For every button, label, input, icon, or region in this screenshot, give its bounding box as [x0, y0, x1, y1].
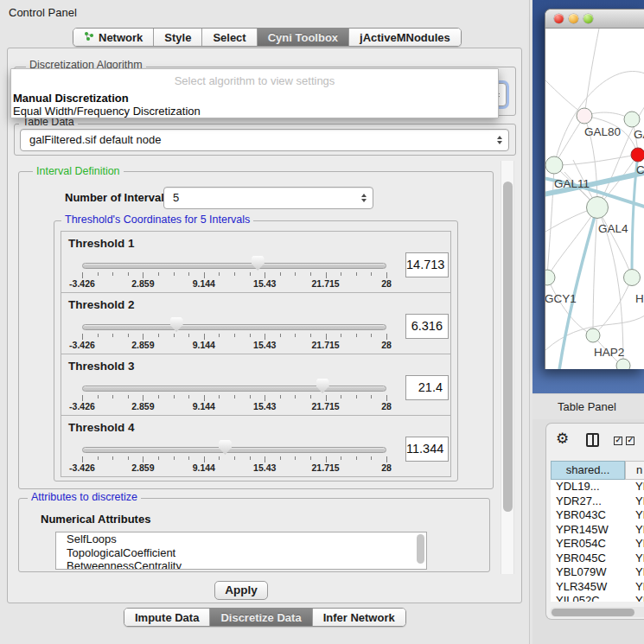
slider-tick	[143, 456, 143, 462]
algorithm-option-equal-width[interactable]: Equal Width/Frequency Discretization	[13, 105, 201, 118]
network-window-titlebar[interactable]	[545, 10, 644, 29]
slider-tick	[112, 272, 113, 276]
combo-arrows-icon	[361, 194, 367, 202]
network-edge	[597, 207, 632, 277]
column-header-shared-name[interactable]: shared...	[551, 461, 625, 480]
tab-select[interactable]: Select	[201, 29, 256, 46]
network-node[interactable]	[587, 197, 609, 219]
table-row[interactable]: YLR345WYLR3	[551, 580, 644, 595]
list-scrollbar-thumb[interactable]	[417, 534, 424, 564]
slider-tick	[174, 334, 175, 337]
tab-network[interactable]: Network	[73, 29, 153, 46]
tab-jactivemnodules[interactable]: jActiveMNodules	[348, 29, 461, 46]
slider-track[interactable]	[82, 263, 386, 269]
list-scrollbar[interactable]	[415, 533, 425, 568]
slider-tick-label: 15.43	[253, 462, 276, 473]
table-row[interactable]: YBR043CYBR0	[551, 508, 644, 523]
threshold-value-field[interactable]: 21.4	[405, 375, 449, 400]
threshold-label: Threshold 1	[68, 237, 135, 250]
network-node[interactable]	[624, 112, 640, 127]
cell-shared-name: YBR043C	[556, 508, 606, 521]
tab-impute-data[interactable]: Impute Data	[124, 609, 209, 626]
numerical-attributes-list[interactable]: SelfLoopsTopologicalCoefficientBetweenne…	[55, 532, 427, 570]
network-node[interactable]	[545, 156, 563, 174]
split-columns-icon[interactable]	[586, 433, 599, 447]
number-of-intervals-combobox[interactable]: 5	[163, 187, 373, 209]
slider-tick-label: 9.144	[193, 462, 215, 473]
slider-tick	[219, 334, 220, 337]
table-data-combobox[interactable]: galFiltered.sif default node	[20, 129, 509, 151]
network-node[interactable]	[624, 270, 641, 286]
slider-track[interactable]	[82, 386, 386, 392]
apply-button[interactable]: Apply	[214, 581, 268, 600]
slider-tick	[250, 456, 251, 460]
network-node[interactable]	[577, 108, 592, 124]
slider-tick	[371, 334, 372, 337]
network-canvas[interactable]: GAL80GACGAL11GAL4GCY1HHAP2	[545, 29, 644, 369]
table-horizontal-scrollbar[interactable]	[550, 607, 644, 617]
slider-tick-label: -3.426	[69, 401, 95, 411]
tab-label: Discretize Data	[220, 611, 301, 624]
table-row[interactable]: YBL079WYBL0	[551, 565, 644, 580]
table-panel-area: ⚙ shared... n YDL19...YDL1YDR27...YDR2YB…	[532, 419, 644, 644]
table-row[interactable]: YBR045CYBR0	[551, 552, 644, 566]
slider-tick	[234, 395, 235, 399]
cell-shared-name: YDR27...	[556, 494, 602, 507]
cell-name: YLR3	[635, 580, 644, 593]
table-row[interactable]: YIL052CYIL0	[551, 594, 644, 602]
network-node[interactable]	[545, 270, 555, 285]
network-edge	[593, 207, 597, 335]
slider-tick-label: -3.426	[69, 340, 95, 350]
network-edge	[584, 29, 599, 116]
tab-cyni-toolbox[interactable]: Cyni Toolbox	[257, 29, 348, 46]
attribute-list-item[interactable]: TopologicalCoefficient	[56, 546, 426, 560]
threshold-label: Threshold 3	[68, 360, 135, 373]
slider-tick	[128, 395, 129, 399]
network-node[interactable]	[631, 148, 644, 162]
cell-shared-name: YBR045C	[556, 552, 606, 564]
network-node-label: GCY1	[545, 292, 577, 305]
table-row[interactable]: YDR27...YDR2	[551, 494, 644, 509]
table-body[interactable]: YDL19...YDL1YDR27...YDR2YBR043CYBR0YPR14…	[551, 480, 644, 602]
combo-arrows-icon	[497, 136, 502, 144]
settings-scrollbar-thumb[interactable]	[503, 182, 513, 512]
network-node[interactable]	[616, 359, 630, 369]
gear-icon[interactable]: ⚙	[556, 430, 569, 447]
attribute-list-items: SelfLoopsTopologicalCoefficientBetweenne…	[56, 532, 426, 570]
attribute-list-item[interactable]: BetweennessCentrality	[56, 559, 426, 570]
table-hscrollbar-thumb[interactable]	[552, 609, 634, 616]
slider-tick	[250, 272, 251, 276]
zoom-traffic-light-icon[interactable]	[583, 14, 593, 23]
slider-tick	[356, 272, 357, 276]
column-header-name[interactable]: n	[625, 461, 644, 480]
network-view-window[interactable]: GAL80GACGAL11GAL4GCY1HHAP2	[545, 9, 644, 369]
tab-infer-network[interactable]: Infer Network	[312, 609, 405, 626]
slider-tick	[280, 272, 281, 276]
tab-discretize-data[interactable]: Discretize Data	[209, 609, 311, 626]
slider-tick	[265, 272, 265, 278]
slider-track[interactable]	[82, 447, 386, 453]
algorithm-option-manual[interactable]: Manual Discretization	[13, 92, 129, 105]
numerical-attributes-label: Numerical Attributes	[41, 513, 150, 526]
threshold-value-field[interactable]: 14.713	[405, 252, 449, 277]
threshold-row: Threshold 2-3.4262.8599.14415.4321.71528…	[61, 292, 451, 354]
tab-style[interactable]: Style	[153, 29, 201, 46]
slider-tick	[265, 334, 265, 340]
slider-tick	[112, 456, 113, 460]
attribute-list-item[interactable]: SelfLoops	[56, 532, 426, 546]
select-rows-checkbox-icon[interactable]	[626, 437, 634, 445]
threshold-value-field[interactable]: 6.316	[405, 314, 449, 339]
minimize-traffic-light-icon[interactable]	[569, 14, 578, 23]
table-row[interactable]: YPR145WYPR1	[551, 523, 644, 538]
settings-scrollbar[interactable]	[501, 161, 514, 574]
table-row[interactable]: YER054CYER0	[551, 537, 644, 552]
cell-name: YBL0	[635, 565, 644, 578]
cell-name: YDL1	[635, 480, 644, 493]
select-columns-checkbox-icon[interactable]	[614, 437, 622, 445]
table-row[interactable]: YDL19...YDL1	[551, 480, 644, 494]
slider-track[interactable]	[82, 324, 386, 330]
threshold-value-field[interactable]: 11.344	[405, 437, 449, 462]
slider-tick	[219, 272, 220, 276]
network-node[interactable]	[586, 328, 600, 342]
close-traffic-light-icon[interactable]	[554, 14, 564, 23]
